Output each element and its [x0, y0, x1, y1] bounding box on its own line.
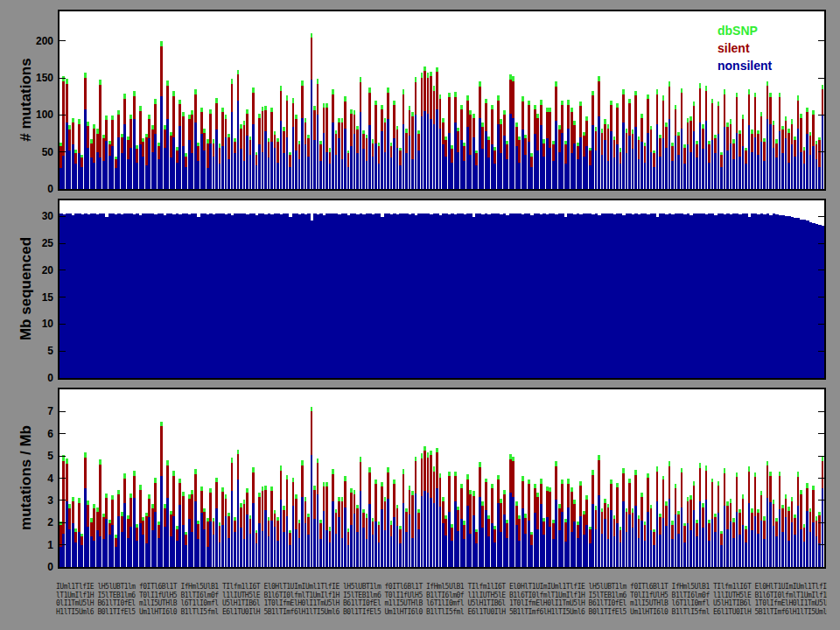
bar-segment: [699, 88, 702, 122]
bar-segment: [368, 125, 371, 189]
bar-segment: [317, 494, 319, 567]
bar-segment: [448, 97, 451, 133]
bar-segment: [561, 480, 564, 484]
bar-segment: [628, 136, 631, 189]
bar-mb: [99, 214, 102, 378]
bar-segment: [714, 532, 717, 567]
bar-segment: [84, 452, 87, 458]
bar-segment: [457, 131, 459, 152]
bar-segment: [366, 539, 368, 567]
bar-segment: [567, 105, 570, 129]
bar-segment: [421, 453, 424, 458]
bar-segment: [620, 164, 622, 189]
bar-segment: [439, 507, 442, 567]
bar-segment: [117, 494, 120, 516]
bar-segment: [105, 116, 108, 120]
bar-segment: [115, 547, 117, 567]
bar-segment: [690, 500, 692, 530]
bar-mb: [439, 215, 443, 378]
bar-segment: [494, 147, 496, 150]
bar-segment: [374, 480, 377, 484]
bar-segment: [378, 164, 381, 189]
bar-mb: [732, 214, 736, 378]
bar-segment: [620, 530, 622, 542]
bar-segment: [237, 70, 240, 74]
bar-segment: [338, 118, 340, 122]
bar-segment: [693, 510, 696, 567]
bar-segment: [766, 466, 769, 498]
bar-mb: [632, 214, 635, 378]
bar-mb: [466, 214, 470, 378]
bar-segment: [237, 74, 240, 101]
bar-segment: [702, 149, 704, 189]
bar-segment: [530, 532, 533, 535]
bar-segment: [460, 519, 463, 567]
y-tick-label: 6: [17, 428, 53, 440]
y-tick: [60, 115, 66, 116]
bar-segment: [512, 461, 514, 497]
bar-segment: [702, 124, 704, 129]
bar-segment: [671, 539, 674, 567]
bar-segment: [487, 536, 490, 567]
bar-segment: [206, 144, 209, 169]
bar-segment: [472, 496, 475, 515]
bar-segment: [579, 486, 582, 516]
legend: dbSNP silent nonsilent: [718, 22, 772, 74]
bar-segment: [577, 146, 579, 159]
bar-segment: [622, 94, 625, 122]
bar-segment: [561, 133, 564, 189]
bar-segment: [491, 109, 494, 145]
bar-segment: [536, 114, 539, 118]
bar-segment: [797, 129, 800, 189]
bar-segment: [384, 118, 387, 122]
bar-segment: [66, 464, 68, 501]
bar-segment: [145, 543, 148, 567]
bar-mb: [659, 214, 662, 378]
bar-segment: [644, 146, 647, 163]
bar-segment: [522, 96, 524, 102]
bar-segment: [779, 472, 781, 476]
y-tick: [818, 411, 824, 412]
bar-segment: [705, 500, 708, 567]
bar-segment: [62, 76, 65, 82]
bar-segment: [219, 526, 221, 542]
bar-segment: [598, 116, 600, 189]
bar-segment: [579, 481, 582, 486]
bar-segment: [311, 455, 313, 567]
bar-segment: [822, 89, 824, 116]
bar-segment: [785, 494, 788, 499]
bar-segment: [213, 157, 215, 189]
bar-segment: [555, 461, 557, 466]
bar-segment: [460, 140, 463, 189]
bar-segment: [745, 148, 747, 150]
bar-segment: [80, 158, 83, 166]
bar-segment: [246, 136, 248, 189]
bar-segment: [640, 118, 643, 142]
bar-segment: [154, 134, 157, 189]
bar-mb: [335, 214, 339, 378]
bar-segment: [708, 523, 710, 541]
bar-segment: [139, 111, 142, 144]
bar-segment: [613, 158, 616, 189]
bar-segment: [626, 512, 628, 532]
bar-segment: [788, 163, 790, 189]
bar-mb: [176, 214, 179, 378]
bar-segment: [188, 499, 191, 519]
bar-segment: [589, 529, 592, 544]
legend-item-silent: silent: [718, 39, 772, 57]
bar-segment: [405, 508, 408, 512]
bar-segment: [699, 468, 702, 501]
bar-mb: [206, 214, 210, 378]
bar-segment: [256, 533, 258, 543]
bar-segment: [356, 153, 359, 189]
bar-segment: [788, 133, 790, 163]
bar-segment: [158, 525, 160, 538]
bar-segment: [745, 529, 747, 542]
bar-segment: [567, 129, 570, 189]
bar-segment: [555, 87, 557, 121]
bar-segment: [705, 91, 708, 121]
bar-segment: [176, 526, 178, 529]
bar-segment: [585, 495, 588, 500]
bar-mb: [638, 214, 641, 378]
bar-segment: [751, 530, 753, 567]
